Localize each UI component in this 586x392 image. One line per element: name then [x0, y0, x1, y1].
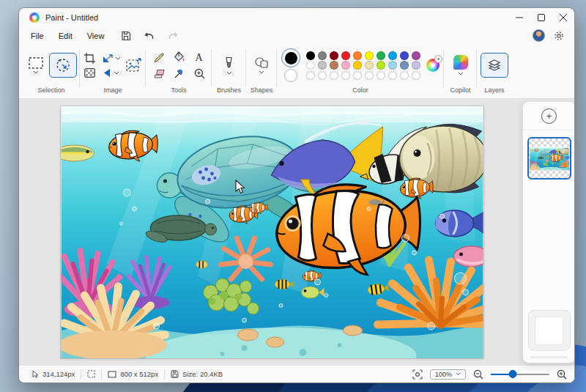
color-swatch[interactable] [341, 51, 350, 60]
image-size-value: 800 x 512px [120, 370, 158, 378]
palette-row-3 [306, 71, 420, 80]
chevron-down-icon [33, 70, 39, 74]
eraser-icon[interactable] [153, 69, 165, 78]
layers-icon [488, 59, 501, 72]
svg-text:A: A [195, 52, 203, 62]
zoom-in-icon[interactable] [557, 369, 567, 380]
cursor-position-value: 314,124px [42, 370, 75, 378]
color-swatch[interactable] [400, 51, 409, 60]
empty-color-slot[interactable] [330, 71, 338, 80]
shapes-group-label: Shapes [246, 86, 277, 98]
save-button[interactable] [117, 29, 135, 42]
add-layer-button[interactable]: + [541, 108, 557, 124]
color-swatch[interactable] [388, 51, 397, 60]
background-layer-tile[interactable] [528, 310, 571, 351]
transform-selection-button[interactable] [49, 53, 77, 78]
selection-group-label: Selection [23, 86, 80, 98]
resize-button[interactable] [103, 53, 121, 63]
chevron-down-icon[interactable] [226, 71, 232, 75]
color-swatch[interactable] [306, 61, 315, 70]
remove-background-icon[interactable] [84, 68, 95, 78]
empty-color-slot[interactable] [388, 71, 397, 80]
account-avatar[interactable] [533, 29, 545, 42]
color-swatch[interactable] [377, 61, 385, 70]
empty-color-slot[interactable] [353, 71, 362, 80]
color-picker-icon[interactable] [174, 68, 184, 79]
ribbon-toolbar: Selection [19, 44, 574, 99]
color-swatch[interactable] [377, 51, 385, 60]
layers-button[interactable] [481, 53, 508, 78]
selection-group: Selection [23, 44, 80, 98]
fit-to-screen-icon[interactable] [412, 369, 423, 380]
empty-color-slot[interactable] [318, 71, 327, 80]
color-swatch[interactable] [365, 61, 374, 70]
image-group: Image [80, 44, 146, 98]
color1-swatch[interactable] [281, 48, 300, 67]
zoom-slider[interactable] [491, 370, 549, 379]
color-swatch[interactable] [388, 61, 397, 70]
pencil-icon[interactable] [153, 51, 164, 62]
image-creator-button[interactable] [126, 58, 142, 73]
brushes-group-label: Brushes [212, 86, 246, 98]
color-swatch[interactable] [330, 61, 338, 70]
settings-gear-icon[interactable] [554, 31, 564, 41]
color-swatch[interactable] [318, 51, 327, 60]
brushes-group: Brushes [212, 44, 246, 98]
shapes-icon[interactable] [255, 57, 268, 68]
close-button[interactable] [552, 8, 574, 27]
color-swatch[interactable] [353, 61, 362, 70]
color-swatch[interactable] [365, 51, 374, 60]
mouse-cursor [235, 180, 245, 194]
empty-color-slot[interactable] [377, 71, 385, 80]
menu-view[interactable]: View [80, 29, 112, 42]
tools-group: A Tools [146, 44, 212, 98]
zoom-level-value: 100% [435, 371, 452, 378]
chevron-down-icon[interactable] [259, 70, 264, 74]
minimize-button[interactable] [508, 8, 530, 27]
layer-thumbnail[interactable] [527, 137, 571, 180]
color-swatch[interactable] [353, 51, 362, 60]
flip-rotate-button[interactable] [103, 68, 121, 78]
color-swatch[interactable] [318, 61, 327, 70]
empty-color-slot[interactable] [412, 71, 420, 80]
paint-window: Paint - Untitled File Edit View [18, 7, 575, 383]
color1-swatch-inner [285, 52, 297, 64]
redo-button[interactable] [164, 29, 182, 42]
color-swatch[interactable] [400, 61, 409, 70]
magnifier-icon[interactable] [194, 68, 205, 79]
zoom-out-icon[interactable] [473, 369, 483, 380]
empty-color-slot[interactable] [341, 71, 350, 80]
statusbar: 314,124px 800 x 512px Size: 20.4KB 100% [19, 365, 574, 382]
chevron-down-icon[interactable] [458, 72, 464, 75]
cursor-position-icon [32, 370, 39, 378]
text-tool-icon[interactable]: A [194, 52, 204, 62]
zoom-slider-thumb[interactable] [509, 370, 517, 378]
copilot-group-label: Copilot [444, 86, 477, 98]
fill-bucket-icon[interactable] [174, 51, 185, 62]
layers-panel-footer-divider [530, 356, 568, 358]
zoom-level-dropdown[interactable]: 100% [430, 369, 466, 380]
edit-colors-button[interactable] [426, 59, 440, 72]
copilot-group: Copilot [444, 44, 477, 98]
color-swatch[interactable] [412, 61, 420, 70]
color-swatch[interactable] [330, 51, 338, 60]
undo-button[interactable] [141, 29, 158, 42]
empty-color-slot[interactable] [365, 71, 374, 80]
rectangle-select-button[interactable] [26, 56, 46, 75]
color-swatch[interactable] [306, 51, 315, 60]
color-group: Color [277, 44, 444, 98]
maximize-button[interactable] [530, 8, 552, 27]
canvas-image[interactable] [61, 106, 483, 358]
menu-file[interactable]: File [23, 29, 51, 42]
copilot-icon[interactable] [453, 55, 468, 70]
empty-color-slot[interactable] [306, 71, 315, 80]
brush-icon[interactable] [223, 56, 234, 69]
layers-group-label: Layers [477, 86, 512, 98]
crop-icon[interactable] [84, 53, 95, 64]
empty-color-slot[interactable] [400, 71, 409, 80]
color-swatch[interactable] [412, 51, 420, 60]
menu-edit[interactable]: Edit [51, 29, 80, 42]
canvas-area [19, 99, 574, 365]
color2-swatch[interactable] [284, 69, 297, 82]
color-swatch[interactable] [341, 61, 350, 70]
